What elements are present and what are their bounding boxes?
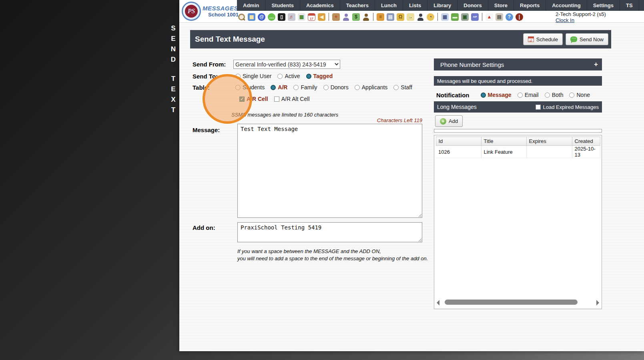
table-option-a-r[interactable]: A/R — [271, 84, 287, 91]
cash-register-icon[interactable]: ▤ — [496, 13, 503, 21]
add-long-message-button[interactable]: + Add — [435, 115, 463, 127]
long-messages-panel: IdTitleExpiresCreated 1026Link Feature20… — [434, 135, 602, 309]
notification-option-none[interactable]: None — [569, 92, 590, 98]
notification-radio-both[interactable] — [545, 93, 550, 98]
nav-item-lists[interactable]: Lists — [403, 0, 427, 11]
table-radio-applicants[interactable] — [355, 85, 360, 90]
load-expired-messages-toggle[interactable]: Load Expired Messages — [536, 104, 602, 110]
main-nav: AdminStudentsAcademicsTeachersLunchLists… — [237, 0, 644, 11]
nav-item-admin[interactable]: Admin — [237, 0, 265, 11]
cell-option-a-r-alt-cell[interactable]: A/R Alt Cell — [274, 96, 310, 102]
column-header-created[interactable]: Created — [572, 137, 600, 146]
table-option-students[interactable]: Students — [235, 84, 265, 91]
scroll-right-arrow-icon[interactable] — [596, 300, 599, 306]
scrollbar-thumb[interactable] — [445, 300, 578, 305]
search-icon[interactable] — [238, 13, 245, 21]
audio-icon[interactable]: ♬ — [288, 13, 295, 21]
table-radio-staff[interactable] — [393, 85, 399, 90]
calendar-grid-icon[interactable]: ▦ — [248, 13, 255, 21]
sidebar-send-text-tab[interactable]: SEND TEXT — [170, 23, 177, 115]
table-radio-students[interactable] — [235, 85, 241, 90]
email-icon[interactable]: @ — [258, 13, 265, 21]
column-header-title[interactable]: Title — [481, 137, 526, 146]
table-option-staff[interactable]: Staff — [393, 84, 412, 91]
table-option-family[interactable]: Family — [293, 84, 317, 91]
send-to-option-single-user[interactable]: Single User — [235, 73, 271, 79]
toolbar-divider — [329, 13, 329, 21]
counselor-icon[interactable] — [342, 13, 350, 21]
cell-checkbox-a-r-alt-cell[interactable] — [274, 97, 279, 102]
lunch-icon[interactable]: ≡ — [377, 13, 384, 21]
deposit-icon[interactable]: ▬ — [451, 13, 459, 21]
clock-in-link[interactable]: Clock In — [556, 17, 606, 23]
help-icon[interactable]: ? — [506, 13, 513, 21]
send-from-select[interactable]: General Info-verified (833) 243-5419 — [233, 60, 340, 69]
nav-item-accounting[interactable]: Accounting — [546, 0, 587, 11]
send-to-option-tagged[interactable]: Tagged — [306, 73, 333, 79]
send-to-option-active[interactable]: Active — [277, 73, 300, 79]
notification-option-label: Message — [488, 92, 512, 98]
table-row[interactable]: 1026Link Feature2025-10-13 — [436, 146, 600, 158]
horizontal-scrollbar[interactable] — [437, 299, 599, 306]
characters-left: Characters Left 119 — [237, 117, 422, 123]
addon-textarea[interactable]: PraxiSchool Testing 5419 — [237, 222, 422, 242]
money-icon[interactable]: $ — [352, 13, 360, 21]
binder-icon[interactable]: ▤ — [387, 13, 394, 21]
nav-item-reports[interactable]: Reports — [514, 0, 546, 11]
message-textarea[interactable]: Test Text Message — [237, 124, 422, 218]
schedule-button[interactable]: Schedule — [523, 33, 563, 45]
cell-option-a-r-cell[interactable]: A/R Cell — [239, 96, 268, 102]
send-to-option-label: Tagged — [313, 73, 333, 79]
nav-item-logout[interactable]: Logout — [639, 0, 644, 11]
cell-checkbox-a-r-cell[interactable] — [239, 97, 245, 102]
nav-item-library[interactable]: Library — [427, 0, 457, 11]
notification-option-message[interactable]: Message — [481, 92, 512, 98]
pdf-icon[interactable]: ▲ — [486, 13, 493, 21]
load-expired-checkbox[interactable] — [536, 105, 541, 110]
nav-item-store[interactable]: Store — [488, 0, 514, 11]
send-to-radio-tagged[interactable] — [306, 74, 311, 79]
note-forward-icon[interactable]: → — [407, 13, 414, 21]
notification-option-email[interactable]: Email — [518, 92, 539, 98]
notification-radio-none[interactable] — [569, 93, 574, 98]
nav-item-teachers[interactable]: Teachers — [340, 0, 375, 11]
notification-option-both[interactable]: Both — [545, 92, 564, 98]
send-to-radio-active[interactable] — [277, 74, 283, 79]
table-radio-a-r[interactable] — [271, 85, 276, 90]
nav-item-academics[interactable]: Academics — [300, 0, 340, 11]
nav-item-settings[interactable]: Settings — [587, 0, 620, 11]
nav-item-students[interactable]: Students — [265, 0, 300, 11]
long-messages-title: Long Messages — [434, 104, 536, 110]
long-messages-bar: Long Messages Load Expired Messages — [434, 101, 602, 113]
staff-icon[interactable] — [417, 13, 424, 21]
table-radio-family[interactable] — [293, 85, 299, 90]
addon-note-line1: If you want a space between the MESSAGE … — [237, 248, 381, 254]
send-to-radio-single-user[interactable] — [235, 74, 241, 79]
notification-radio-message[interactable] — [481, 93, 486, 98]
notification-radio-email[interactable] — [518, 93, 523, 98]
ap-icon[interactable]: A/P — [471, 13, 479, 21]
nav-item-ts[interactable]: TS — [620, 0, 639, 11]
gradebook-icon[interactable]: ▦ — [298, 13, 305, 21]
nav-item-donors[interactable]: Donors — [457, 0, 488, 11]
column-header-id[interactable]: Id — [436, 137, 481, 146]
alarm-clock-icon[interactable]: ◔ — [427, 13, 434, 21]
table-option-applicants[interactable]: Applicants — [355, 84, 388, 91]
text-message-icon[interactable]: … — [268, 13, 275, 21]
nurse-icon[interactable]: + — [332, 13, 340, 21]
table-radio-donors[interactable] — [323, 85, 329, 90]
people-group-icon[interactable] — [362, 13, 370, 21]
spreadsheet-icon[interactable]: ▦ — [441, 13, 449, 21]
calendar-icon[interactable] — [308, 13, 315, 21]
send-now-button[interactable]: Send Now — [566, 33, 608, 45]
table-option-donors[interactable]: Donors — [323, 84, 349, 91]
announcement-icon[interactable]: ◀ — [318, 13, 325, 21]
print-checks-icon[interactable]: ▣ — [461, 13, 469, 21]
expand-plus-icon[interactable]: + — [594, 60, 602, 68]
nav-item-lunch[interactable]: Lunch — [375, 0, 403, 11]
logout-power-icon[interactable]: | — [516, 13, 523, 21]
bell-icon[interactable]: Ω — [397, 13, 404, 21]
column-header-expires[interactable]: Expires — [526, 137, 572, 146]
scroll-left-arrow-icon[interactable] — [437, 300, 439, 306]
phone-icon[interactable]: ▯ — [278, 13, 285, 21]
